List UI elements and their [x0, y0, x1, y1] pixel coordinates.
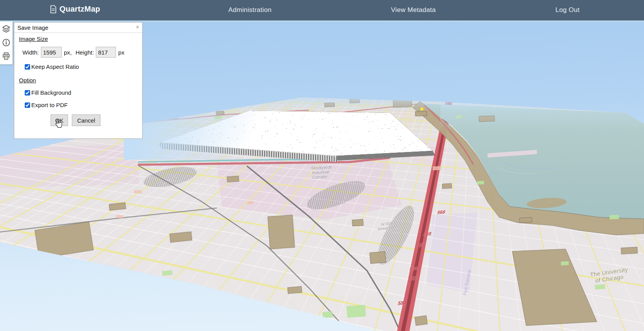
- export-to-pdf-row: Export to PDF: [25, 102, 142, 108]
- ok-button[interactable]: OK: [51, 114, 68, 126]
- height-input[interactable]: [96, 47, 116, 58]
- top-navbar: QuartzMap Administration View Metadata L…: [0, 0, 644, 22]
- info-tool-button[interactable]: [1, 38, 11, 48]
- width-unit: px,: [64, 49, 72, 56]
- keep-aspect-ratio-row: Keep Aspect Ratio: [25, 63, 142, 70]
- height-unit: px: [118, 49, 124, 56]
- app-logo[interactable]: QuartzMap: [50, 5, 100, 14]
- dialog-buttons: OK Cancel: [51, 114, 142, 126]
- width-label: Width:: [22, 49, 39, 56]
- dialog-title: Save Image: [17, 24, 48, 31]
- document-icon: [50, 5, 57, 14]
- map-marker-dot[interactable]: [420, 107, 424, 111]
- nav-log-out[interactable]: Log Out: [556, 6, 580, 14]
- info-icon: [2, 38, 11, 47]
- layers-tool-button[interactable]: [1, 24, 11, 34]
- fill-background-label: Fill Background: [31, 89, 71, 96]
- fill-background-checkbox[interactable]: [25, 90, 30, 96]
- map-toolbar: [0, 22, 13, 65]
- print-icon: [2, 51, 11, 61]
- cancel-button[interactable]: Cancel: [72, 114, 100, 126]
- layers-icon: [2, 24, 11, 34]
- nav-view-metadata[interactable]: View Metadata: [391, 6, 436, 14]
- save-image-dialog: Save Image × Image Size Width: px, Heigh…: [14, 22, 143, 139]
- height-label: Height:: [76, 49, 94, 56]
- app-title: QuartzMap: [59, 5, 100, 14]
- image-size-row: Width: px, Height: px: [22, 47, 142, 58]
- close-icon[interactable]: ×: [136, 24, 139, 30]
- keep-aspect-ratio-label: Keep Aspect Ratio: [31, 63, 79, 70]
- image-size-heading: Image Size: [19, 36, 142, 42]
- export-to-pdf-label: Export to PDF: [31, 102, 68, 108]
- nav-administration[interactable]: Administration: [228, 6, 272, 14]
- print-tool-button[interactable]: [1, 51, 11, 61]
- keep-aspect-ratio-checkbox[interactable]: [25, 64, 30, 70]
- option-heading: Option: [19, 77, 142, 84]
- dialog-title-bar[interactable]: Save Image ×: [14, 22, 142, 33]
- fill-background-row: Fill Background: [25, 89, 142, 96]
- export-to-pdf-checkbox[interactable]: [25, 102, 30, 108]
- width-input[interactable]: [41, 47, 62, 58]
